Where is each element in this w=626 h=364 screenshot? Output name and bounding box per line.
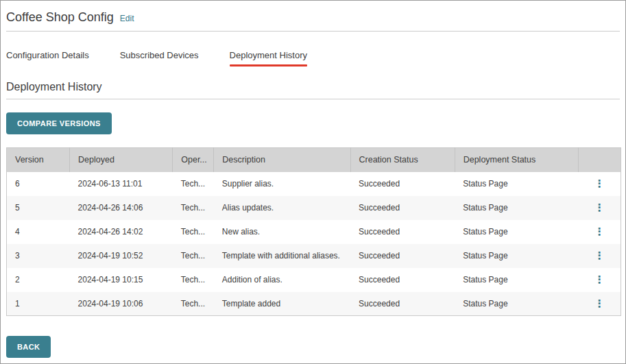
creation-status-cell: Succeeded [350,196,455,220]
kebab-menu-icon[interactable]: ⋮ [594,226,605,236]
deployed-cell: 2024-04-19 10:52 [70,244,173,268]
tab-subscribed-devices[interactable]: Subscribed Devices [120,50,199,66]
description-cell: Alias updates. [214,196,350,220]
column-header-deployed: Deployed [70,148,173,172]
status-page-link[interactable]: Status Page [455,244,578,268]
kebab-menu-icon[interactable]: ⋮ [594,178,605,189]
status-page-link[interactable]: Status Page [455,172,578,196]
edit-link[interactable]: Edit [120,14,134,23]
status-page-link[interactable]: Status Page [455,220,578,244]
description-cell: New alias. [214,220,350,244]
table-row: 42024-04-26 14:02Tech...New alias.Succee… [7,220,621,244]
back-button[interactable]: BACK [6,336,51,358]
version-link[interactable]: 1 [7,292,70,316]
row-actions-cell: ⋮ [578,172,621,196]
row-actions-cell: ⋮ [578,196,621,220]
operator-cell: Tech... [173,292,214,316]
version-link[interactable]: 6 [7,172,70,196]
creation-status-cell: Succeeded [350,172,455,196]
operator-cell: Tech... [173,268,214,292]
column-header-deployment-status: Deployment Status [455,148,578,172]
operator-cell: Tech... [173,220,214,244]
version-link[interactable]: 3 [7,244,70,268]
operator-cell: Tech... [173,196,214,220]
row-actions-cell: ⋮ [578,292,621,316]
page-content: Coffee Shop Config Edit Configuration De… [1,1,625,316]
table-row: 32024-04-19 10:52Tech...Template with ad… [7,244,621,268]
table-header-row: VersionDeployedOper...DescriptionCreatio… [7,148,621,172]
page-header: Coffee Shop Config Edit [6,1,620,25]
tab-configuration-details[interactable]: Configuration Details [6,50,89,66]
deployed-cell: 2024-04-26 14:02 [70,220,173,244]
tab-bar: Configuration Details Subscribed Devices… [6,50,620,66]
compare-versions-button[interactable]: COMPARE VERSIONS [6,112,112,134]
version-link[interactable]: 4 [7,220,70,244]
page-title: Coffee Shop Config [6,10,114,25]
kebab-menu-icon[interactable]: ⋮ [594,274,605,284]
footer: BACK [6,336,51,358]
creation-status-cell: Succeeded [350,268,455,292]
table-row: 22024-04-19 10:15Tech...Addition of alia… [7,268,621,292]
operator-cell: Tech... [173,244,214,268]
table-row: 52024-04-26 14:06Tech...Alias updates.Su… [7,196,621,220]
creation-status-cell: Succeeded [350,292,455,316]
kebab-menu-icon[interactable]: ⋮ [594,202,605,213]
operator-cell: Tech... [173,172,214,196]
deployed-cell: 2024-04-26 14:06 [70,196,173,220]
deployed-cell: 2024-06-13 11:01 [70,172,173,196]
toolbar: COMPARE VERSIONS [6,112,620,134]
deployed-cell: 2024-04-19 10:15 [70,268,173,292]
kebab-menu-icon[interactable]: ⋮ [594,250,605,260]
status-page-link[interactable]: Status Page [455,196,578,220]
version-link[interactable]: 2 [7,268,70,292]
creation-status-cell: Succeeded [350,220,455,244]
version-link[interactable]: 5 [7,196,70,220]
table-row: 12024-04-19 10:06Tech...Template addedSu… [7,292,621,316]
row-actions-cell: ⋮ [578,244,621,268]
description-cell: Template added [214,292,350,316]
section-divider [6,99,620,99]
description-cell: Addition of alias. [214,268,350,292]
column-header-actions [578,148,621,172]
description-cell: Template with additional aliases. [214,244,350,268]
description-cell: Supplier alias. [214,172,350,196]
status-page-link[interactable]: Status Page [455,292,578,316]
deployed-cell: 2024-04-19 10:06 [70,292,173,316]
title-divider [6,31,620,32]
status-page-link[interactable]: Status Page [455,268,578,292]
tab-deployment-history[interactable]: Deployment History [230,50,307,66]
column-header-creation-status: Creation Status [350,148,455,172]
column-header-oper: Oper... [173,148,214,172]
column-header-description: Description [214,148,350,172]
kebab-menu-icon[interactable]: ⋮ [594,298,605,308]
deployment-history-table: VersionDeployedOper...DescriptionCreatio… [6,147,621,316]
row-actions-cell: ⋮ [578,268,621,292]
column-header-version: Version [7,148,70,172]
table-body: 62024-06-13 11:01Tech...Supplier alias.S… [7,172,621,316]
row-actions-cell: ⋮ [578,220,621,244]
table-row: 62024-06-13 11:01Tech...Supplier alias.S… [7,172,621,196]
creation-status-cell: Succeeded [350,244,455,268]
section-heading: Deployment History [6,81,620,93]
